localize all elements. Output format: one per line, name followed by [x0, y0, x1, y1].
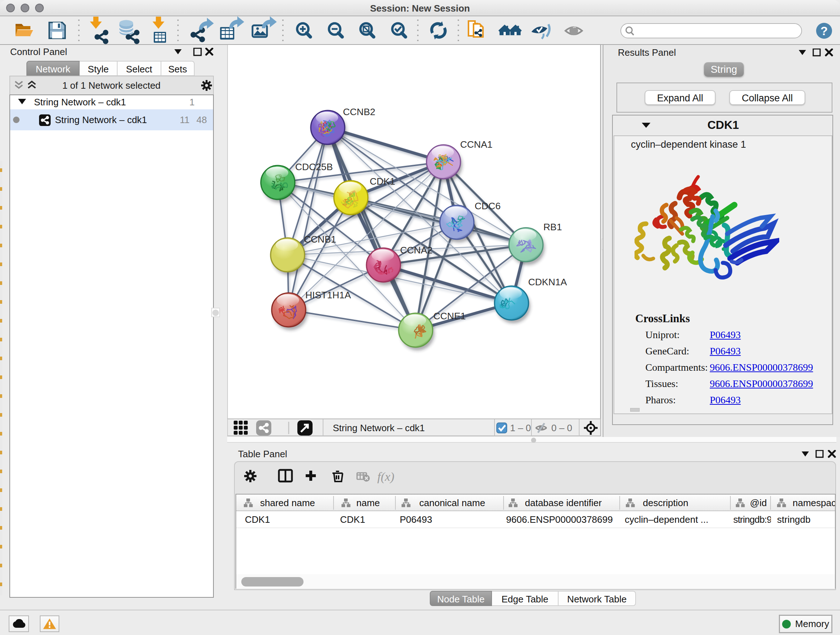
svg-text:CCNB2: CCNB2: [343, 106, 375, 117]
svg-text:f(x): f(x): [377, 470, 394, 484]
svg-text:CDK1: CDK1: [370, 176, 395, 187]
svg-text:CCNE1: CCNE1: [433, 310, 466, 321]
svg-text:?: ?: [821, 24, 828, 38]
svg-text:CCNA1: CCNA1: [460, 139, 493, 150]
svg-text:CDC25B: CDC25B: [295, 162, 333, 172]
svg-text:CDKN1A: CDKN1A: [528, 277, 567, 287]
svg-text:RB1: RB1: [543, 222, 562, 233]
svg-text:CCNB1: CCNB1: [304, 234, 336, 245]
svg-text:CCNA2: CCNA2: [400, 245, 432, 256]
svg-text:CDC6: CDC6: [475, 201, 501, 211]
svg-text:HIST1H1A: HIST1H1A: [305, 290, 351, 301]
